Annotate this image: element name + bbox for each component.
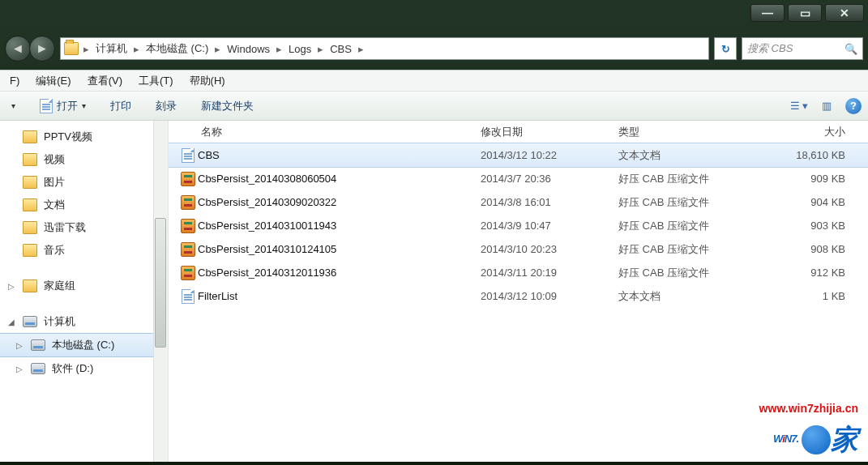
document-icon: [40, 99, 53, 113]
expand-icon: ▷: [15, 365, 24, 373]
file-size: 18,610 KB: [756, 149, 868, 161]
file-name: CBS: [198, 149, 481, 161]
refresh-button[interactable]: ↻: [714, 37, 737, 60]
file-size: 904 KB: [756, 196, 868, 208]
nav-computer[interactable]: ◢ 计算机: [0, 310, 168, 333]
file-row[interactable]: CBS2014/3/12 10:22文本文档18,610 KB: [169, 143, 868, 167]
organize-button[interactable]: ▾: [6, 99, 20, 113]
breadcrumb-segment[interactable]: 计算机: [94, 40, 129, 58]
maximize-button[interactable]: ▭: [788, 4, 822, 22]
expand-icon: ▷: [15, 341, 24, 350]
column-headers: 名称 修改日期 类型 大小: [169, 121, 868, 143]
file-row[interactable]: CbsPersist_201403101241052014/3/10 20:23…: [169, 237, 868, 261]
file-row[interactable]: CbsPersist_201403100119432014/3/9 10:47好…: [169, 214, 868, 237]
menu-view[interactable]: 查看(V): [81, 71, 129, 91]
nav-homegroup[interactable]: ▷ 家庭组: [0, 275, 168, 297]
nav-label: 迅雷下载: [44, 220, 86, 235]
file-row[interactable]: CbsPersist_201403090203222014/3/8 16:01好…: [169, 190, 868, 214]
column-name[interactable]: 名称: [201, 125, 481, 139]
file-row[interactable]: CbsPersist_201403120119362014/3/11 20:19…: [169, 261, 868, 284]
burn-button[interactable]: 刻录: [151, 96, 182, 116]
nav-label: 视频: [44, 152, 65, 167]
file-list-pane: 名称 修改日期 类型 大小 CBS2014/3/12 10:22文本文档18,6…: [169, 121, 868, 462]
sidebar-drive[interactable]: ▷本地磁盘 (C:): [0, 333, 168, 357]
minimize-button[interactable]: —: [750, 4, 785, 22]
file-size: 1 KB: [756, 290, 868, 302]
sidebar-item[interactable]: 音乐: [0, 239, 168, 262]
chevron-right-icon: ▸: [134, 43, 139, 55]
chevron-right-icon: ▸: [215, 43, 220, 55]
library-icon: [23, 130, 37, 143]
menu-bar: F) 编辑(E) 查看(V) 工具(T) 帮助(H): [0, 70, 868, 92]
nav-label: PPTV视频: [44, 130, 92, 144]
breadcrumb-segment[interactable]: 本地磁盘 (C:): [144, 40, 210, 58]
view-mode-button[interactable]: ☰ ▾: [790, 97, 808, 115]
file-type: 好压 CAB 压缩文件: [618, 242, 756, 257]
titlebar-controls: — ▭ ✕: [750, 2, 864, 23]
text-file-icon: [182, 148, 195, 163]
sidebar-drive[interactable]: ▷软件 (D:): [0, 357, 168, 380]
column-size[interactable]: 大小: [756, 125, 868, 139]
toolbar: ▾ 打开 ▾ 打印 刻录 新建文件夹 ☰ ▾ ▥ ?: [0, 92, 868, 121]
expand-icon: ▷: [6, 282, 16, 291]
file-name: CbsPersist_20140308060504: [198, 173, 481, 185]
file-row[interactable]: FilterList2014/3/12 10:09文本文档1 KB: [169, 284, 868, 308]
breadcrumb-segment[interactable]: Windows: [225, 41, 272, 57]
preview-pane-button[interactable]: ▥: [818, 97, 836, 115]
file-date: 2014/3/12 10:09: [481, 290, 618, 302]
drive-icon: [31, 339, 45, 351]
close-button[interactable]: ✕: [825, 4, 864, 22]
library-icon: [23, 198, 37, 211]
nav-back-button[interactable]: ◄: [5, 36, 31, 62]
file-name: CbsPersist_20140310124105: [198, 243, 481, 255]
sidebar-item[interactable]: 迅雷下载: [0, 216, 168, 239]
menu-edit[interactable]: 编辑(E): [29, 71, 77, 91]
nav-forward-button[interactable]: ►: [29, 36, 55, 62]
breadcrumb-segment[interactable]: Logs: [287, 41, 313, 57]
address-row: ◄ ► ▸ 计算机 ▸ 本地磁盘 (C:) ▸ Windows ▸ Logs ▸…: [0, 34, 868, 63]
menu-tools[interactable]: 工具(T): [132, 71, 180, 91]
menu-help[interactable]: 帮助(H): [183, 71, 232, 91]
file-date: 2014/3/9 10:47: [481, 220, 618, 232]
search-input[interactable]: 搜索 CBS 🔍: [742, 37, 863, 60]
file-name: CbsPersist_20140312011936: [198, 267, 481, 279]
open-button[interactable]: 打开 ▾: [35, 96, 91, 116]
archive-icon: [181, 242, 195, 257]
column-type[interactable]: 类型: [618, 125, 756, 139]
file-row[interactable]: CbsPersist_201403080605042014/3/7 20:36好…: [169, 167, 868, 190]
file-size: 909 KB: [756, 173, 868, 185]
file-name: FilterList: [198, 290, 481, 302]
chevron-right-icon: ▸: [318, 43, 323, 55]
column-date[interactable]: 修改日期: [481, 125, 618, 139]
folder-icon: [64, 42, 79, 55]
chevron-down-icon: ▾: [11, 101, 15, 110]
help-button[interactable]: ?: [845, 98, 862, 114]
file-type: 好压 CAB 压缩文件: [618, 172, 756, 186]
sidebar-item[interactable]: 图片: [0, 171, 168, 194]
archive-icon: [181, 266, 195, 280]
sidebar-item[interactable]: 文档: [0, 194, 168, 216]
library-icon: [23, 176, 37, 189]
nav-scrollbar[interactable]: [153, 121, 168, 462]
library-icon: [23, 221, 37, 234]
sidebar-item[interactable]: PPTV视频: [0, 126, 168, 148]
file-date: 2014/3/7 20:36: [481, 173, 618, 185]
scrollbar-thumb[interactable]: [155, 218, 166, 348]
breadcrumb-segment[interactable]: CBS: [328, 41, 353, 57]
new-folder-button[interactable]: 新建文件夹: [196, 96, 259, 116]
file-size: 912 KB: [756, 267, 868, 279]
file-name: CbsPersist_20140309020322: [198, 196, 481, 208]
search-placeholder: 搜索 CBS: [747, 41, 793, 56]
archive-icon: [181, 172, 195, 186]
file-type: 文本文档: [618, 148, 756, 163]
menu-file[interactable]: F): [3, 72, 26, 89]
address-bar[interactable]: ▸ 计算机 ▸ 本地磁盘 (C:) ▸ Windows ▸ Logs ▸ CBS…: [60, 37, 709, 60]
print-button[interactable]: 打印: [105, 96, 136, 116]
file-size: 908 KB: [756, 243, 868, 255]
file-date: 2014/3/12 10:22: [481, 149, 618, 161]
text-file-icon: [182, 289, 195, 304]
file-date: 2014/3/11 20:19: [481, 267, 618, 279]
chevron-down-icon: ▾: [82, 101, 86, 110]
chevron-right-icon: ▸: [83, 43, 89, 55]
sidebar-item[interactable]: 视频: [0, 148, 168, 171]
